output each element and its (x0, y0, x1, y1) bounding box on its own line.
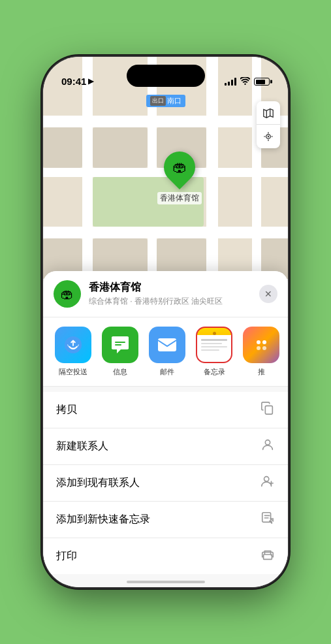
mail-icon (149, 327, 185, 363)
share-app-notes[interactable]: 备忘录 (191, 327, 238, 377)
messages-icon (102, 327, 138, 363)
pin-shape: 🏟 (157, 145, 202, 189)
road-h-3 (43, 227, 288, 238)
notes-content (197, 336, 231, 353)
label-text: 南口 (167, 96, 181, 106)
dot2 (262, 340, 266, 344)
wifi-icon (240, 76, 250, 87)
print-icon (260, 547, 275, 565)
map-block-1 (93, 127, 148, 168)
more-dots-row2 (257, 346, 266, 350)
svg-point-9 (271, 555, 272, 556)
location-arrow-icon: ▶ (88, 77, 93, 86)
svg-rect-3 (158, 338, 176, 351)
svg-point-1 (268, 136, 269, 137)
home-indicator (127, 581, 205, 583)
location-button[interactable] (257, 125, 280, 148)
action-new-contact[interactable]: 新建联系人 (43, 428, 288, 465)
dot4 (262, 346, 266, 350)
action-add-quick-note[interactable]: 添加到新快速备忘录 (43, 502, 288, 538)
status-time: 09:41 ▶ (61, 76, 93, 87)
more-dots-row1 (257, 340, 266, 344)
venue-close-button[interactable]: ✕ (259, 285, 277, 303)
svg-point-5 (265, 440, 270, 445)
venue-card: 🏟 香港体育馆 综合体育馆 · 香港特别行政区 油尖旺区 ✕ (43, 271, 288, 317)
battery-fill (256, 80, 265, 84)
map-type-button[interactable] (257, 101, 280, 125)
action-print-label: 打印 (56, 549, 77, 563)
quick-note-icon (260, 511, 275, 528)
share-app-mail[interactable]: 邮件 (144, 327, 191, 377)
mail-label: 邮件 (160, 367, 174, 377)
dynamic-island (127, 65, 205, 87)
dot1 (257, 340, 260, 344)
battery-icon (254, 78, 270, 86)
action-list: 拷贝 新建联系人 添加到现有联系人 (43, 392, 288, 574)
map-pin: 🏟 香港体育馆 (157, 152, 202, 204)
signal-bar-3 (231, 80, 233, 86)
action-print[interactable]: 打印 (43, 538, 288, 574)
pin-label: 香港体育馆 (157, 192, 202, 204)
action-add-existing-contact[interactable]: 添加到现有联系人 (43, 465, 288, 502)
svg-rect-8 (264, 555, 272, 559)
notes-header (213, 328, 216, 336)
bottom-sheet: 🏟 香港体育馆 综合体育馆 · 香港特别行政区 油尖旺区 ✕ (43, 271, 288, 587)
notes-label: 备忘录 (204, 367, 225, 377)
svg-point-6 (264, 477, 269, 481)
venue-info: 香港体育馆 综合体育馆 · 香港特别行政区 油尖旺区 (89, 281, 251, 307)
share-apps-row: 隔空投送 信息 (43, 317, 288, 387)
signal-bar-2 (228, 82, 230, 86)
notes-dot (213, 332, 216, 335)
pin-shape-container: 🏟 (162, 152, 197, 187)
more-icon (243, 327, 279, 363)
venue-description: 综合体育馆 · 香港特别行政区 油尖旺区 (89, 296, 251, 307)
notes-icon (196, 327, 232, 363)
messages-label: 信息 (113, 367, 127, 377)
airdrop-icon (55, 327, 91, 363)
phone-screen: 09:41 ▶ (43, 57, 288, 587)
copy-icon (260, 401, 275, 419)
action-copy[interactable]: 拷贝 (43, 392, 288, 428)
venue-icon: 🏟 (54, 280, 81, 308)
pin-inner-icon: 🏟 (172, 159, 187, 176)
more-label: 推 (258, 367, 265, 377)
label-box: 出口 (150, 96, 166, 106)
road-h-1 (43, 116, 288, 127)
more-dots (257, 340, 266, 350)
signal-bar-4 (234, 78, 236, 86)
status-icons (225, 76, 270, 87)
map-label-north-exit: 出口 南口 (146, 95, 185, 107)
action-quick-note-label: 添加到新快速备忘录 (56, 513, 150, 526)
notes-line-4 (201, 349, 219, 351)
action-add-existing-label: 添加到现有联系人 (56, 476, 140, 490)
map-block-7 (43, 127, 82, 168)
notes-line-3 (201, 346, 227, 347)
share-app-airdrop[interactable]: 隔空投送 (50, 327, 97, 377)
share-app-more[interactable]: 推 (238, 327, 285, 377)
add-contact-icon (260, 474, 275, 492)
new-contact-icon (260, 438, 275, 455)
time-display: 09:41 (61, 76, 86, 87)
notes-line-2 (201, 343, 222, 344)
action-copy-label: 拷贝 (56, 403, 77, 417)
map-controls (257, 101, 280, 148)
signal-bars-icon (225, 78, 236, 86)
share-app-messages[interactable]: 信息 (97, 327, 144, 377)
signal-bar-1 (225, 83, 227, 86)
airdrop-label: 隔空投送 (59, 367, 87, 377)
notes-line-1 (201, 339, 227, 341)
dot3 (257, 346, 260, 350)
action-new-contact-label: 新建联系人 (56, 440, 108, 453)
phone-frame: 09:41 ▶ (43, 57, 288, 587)
venue-name: 香港体育馆 (89, 281, 251, 295)
svg-rect-4 (265, 406, 272, 414)
